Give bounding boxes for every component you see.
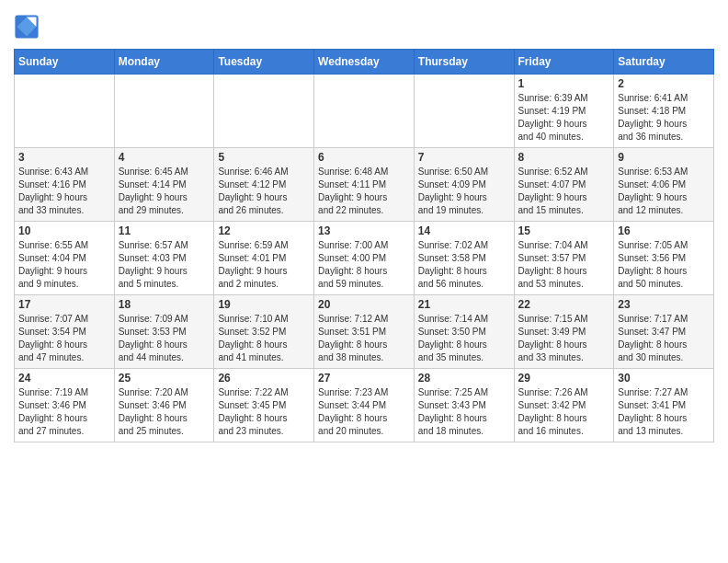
day-info: Sunrise: 6:50 AM Sunset: 4:09 PM Dayligh… <box>418 166 510 217</box>
day-info: Sunrise: 7:10 AM Sunset: 3:52 PM Dayligh… <box>218 313 310 364</box>
day-info: Sunrise: 7:07 AM Sunset: 3:54 PM Dayligh… <box>18 313 110 364</box>
day-number: 5 <box>218 151 310 164</box>
day-info: Sunrise: 7:05 AM Sunset: 3:56 PM Dayligh… <box>618 239 710 291</box>
day-info: Sunrise: 7:26 AM Sunset: 3:42 PM Dayligh… <box>518 386 610 438</box>
day-number: 30 <box>618 372 710 385</box>
calendar-cell: 20Sunrise: 7:12 AM Sunset: 3:51 PM Dayli… <box>314 295 415 369</box>
day-info: Sunrise: 7:27 AM Sunset: 3:41 PM Dayligh… <box>618 386 710 438</box>
day-number: 9 <box>618 151 710 164</box>
calendar-cell: 16Sunrise: 7:05 AM Sunset: 3:56 PM Dayli… <box>614 222 714 295</box>
calendar-cell: 5Sunrise: 6:46 AM Sunset: 4:12 PM Daylig… <box>214 148 314 222</box>
day-number: 10 <box>18 224 110 237</box>
day-number: 16 <box>618 224 710 237</box>
day-info: Sunrise: 7:00 AM Sunset: 4:00 PM Dayligh… <box>318 239 410 291</box>
calendar-week-row: 17Sunrise: 7:07 AM Sunset: 3:54 PM Dayli… <box>15 295 714 369</box>
day-number: 1 <box>518 77 610 90</box>
day-info: Sunrise: 7:22 AM Sunset: 3:45 PM Dayligh… <box>218 386 310 438</box>
calendar-cell: 27Sunrise: 7:23 AM Sunset: 3:44 PM Dayli… <box>314 369 415 442</box>
column-header-saturday: Saturday <box>614 50 714 75</box>
calendar-cell: 14Sunrise: 7:02 AM Sunset: 3:58 PM Dayli… <box>414 222 514 295</box>
day-number: 7 <box>418 151 510 164</box>
day-number: 8 <box>518 151 610 164</box>
day-info: Sunrise: 7:15 AM Sunset: 3:49 PM Dayligh… <box>518 313 610 364</box>
calendar-cell: 4Sunrise: 6:45 AM Sunset: 4:14 PM Daylig… <box>114 148 214 222</box>
calendar-week-row: 24Sunrise: 7:19 AM Sunset: 3:46 PM Dayli… <box>15 369 714 442</box>
logo-icon <box>14 14 40 40</box>
day-info: Sunrise: 7:20 AM Sunset: 3:46 PM Dayligh… <box>119 386 210 438</box>
day-info: Sunrise: 6:57 AM Sunset: 4:03 PM Dayligh… <box>119 239 210 291</box>
day-info: Sunrise: 6:55 AM Sunset: 4:04 PM Dayligh… <box>18 239 110 291</box>
calendar-cell: 19Sunrise: 7:10 AM Sunset: 3:52 PM Dayli… <box>214 295 314 369</box>
calendar-cell: 3Sunrise: 6:43 AM Sunset: 4:16 PM Daylig… <box>15 148 115 222</box>
calendar-cell: 30Sunrise: 7:27 AM Sunset: 3:41 PM Dayli… <box>614 369 714 442</box>
day-number: 13 <box>318 224 410 237</box>
calendar-cell: 28Sunrise: 7:25 AM Sunset: 3:43 PM Dayli… <box>414 369 514 442</box>
calendar-cell: 15Sunrise: 7:04 AM Sunset: 3:57 PM Dayli… <box>514 222 614 295</box>
day-number: 20 <box>318 298 410 311</box>
day-number: 3 <box>18 151 110 164</box>
day-info: Sunrise: 7:23 AM Sunset: 3:44 PM Dayligh… <box>318 386 410 438</box>
calendar-cell: 21Sunrise: 7:14 AM Sunset: 3:50 PM Dayli… <box>414 295 514 369</box>
day-number: 6 <box>318 151 410 164</box>
calendar-header-row: SundayMondayTuesdayWednesdayThursdayFrid… <box>15 50 714 75</box>
day-info: Sunrise: 7:19 AM Sunset: 3:46 PM Dayligh… <box>18 386 110 438</box>
column-header-wednesday: Wednesday <box>314 50 415 75</box>
page-header <box>14 14 714 40</box>
day-number: 14 <box>418 224 510 237</box>
calendar-cell: 18Sunrise: 7:09 AM Sunset: 3:53 PM Dayli… <box>114 295 214 369</box>
day-number: 18 <box>119 298 210 311</box>
calendar-cell: 11Sunrise: 6:57 AM Sunset: 4:03 PM Dayli… <box>114 222 214 295</box>
day-number: 21 <box>418 298 510 311</box>
day-info: Sunrise: 7:12 AM Sunset: 3:51 PM Dayligh… <box>318 313 410 364</box>
calendar-cell: 23Sunrise: 7:17 AM Sunset: 3:47 PM Dayli… <box>614 295 714 369</box>
calendar-cell: 9Sunrise: 6:53 AM Sunset: 4:06 PM Daylig… <box>614 148 714 222</box>
day-info: Sunrise: 6:53 AM Sunset: 4:06 PM Dayligh… <box>618 166 710 217</box>
day-number: 28 <box>418 372 510 385</box>
day-info: Sunrise: 6:41 AM Sunset: 4:18 PM Dayligh… <box>618 92 710 144</box>
calendar-cell: 17Sunrise: 7:07 AM Sunset: 3:54 PM Dayli… <box>15 295 115 369</box>
day-number: 11 <box>119 224 210 237</box>
day-info: Sunrise: 6:52 AM Sunset: 4:07 PM Dayligh… <box>518 166 610 217</box>
calendar-cell: 1Sunrise: 6:39 AM Sunset: 4:19 PM Daylig… <box>514 75 614 148</box>
calendar-cell: 22Sunrise: 7:15 AM Sunset: 3:49 PM Dayli… <box>514 295 614 369</box>
calendar-cell: 24Sunrise: 7:19 AM Sunset: 3:46 PM Dayli… <box>15 369 115 442</box>
calendar-cell: 6Sunrise: 6:48 AM Sunset: 4:11 PM Daylig… <box>314 148 415 222</box>
day-info: Sunrise: 7:14 AM Sunset: 3:50 PM Dayligh… <box>418 313 510 364</box>
day-info: Sunrise: 6:59 AM Sunset: 4:01 PM Dayligh… <box>218 239 310 291</box>
day-info: Sunrise: 6:43 AM Sunset: 4:16 PM Dayligh… <box>18 166 110 217</box>
day-number: 23 <box>618 298 710 311</box>
calendar-cell: 25Sunrise: 7:20 AM Sunset: 3:46 PM Dayli… <box>114 369 214 442</box>
calendar-cell <box>214 75 314 148</box>
calendar-cell <box>414 75 514 148</box>
day-number: 15 <box>518 224 610 237</box>
day-number: 26 <box>218 372 310 385</box>
calendar-cell: 2Sunrise: 6:41 AM Sunset: 4:18 PM Daylig… <box>614 75 714 148</box>
calendar: SundayMondayTuesdayWednesdayThursdayFrid… <box>14 49 714 442</box>
day-info: Sunrise: 6:48 AM Sunset: 4:11 PM Dayligh… <box>318 166 410 217</box>
day-info: Sunrise: 6:39 AM Sunset: 4:19 PM Dayligh… <box>518 92 610 144</box>
calendar-cell: 12Sunrise: 6:59 AM Sunset: 4:01 PM Dayli… <box>214 222 314 295</box>
logo <box>14 14 43 40</box>
column-header-monday: Monday <box>114 50 214 75</box>
column-header-friday: Friday <box>514 50 614 75</box>
calendar-cell: 8Sunrise: 6:52 AM Sunset: 4:07 PM Daylig… <box>514 148 614 222</box>
calendar-cell <box>15 75 115 148</box>
day-number: 12 <box>218 224 310 237</box>
day-info: Sunrise: 6:46 AM Sunset: 4:12 PM Dayligh… <box>218 166 310 217</box>
day-info: Sunrise: 7:17 AM Sunset: 3:47 PM Dayligh… <box>618 313 710 364</box>
day-info: Sunrise: 7:04 AM Sunset: 3:57 PM Dayligh… <box>518 239 610 291</box>
calendar-cell <box>114 75 214 148</box>
day-info: Sunrise: 7:09 AM Sunset: 3:53 PM Dayligh… <box>119 313 210 364</box>
day-info: Sunrise: 7:25 AM Sunset: 3:43 PM Dayligh… <box>418 386 510 438</box>
calendar-week-row: 3Sunrise: 6:43 AM Sunset: 4:16 PM Daylig… <box>15 148 714 222</box>
column-header-tuesday: Tuesday <box>214 50 314 75</box>
day-number: 29 <box>518 372 610 385</box>
day-number: 27 <box>318 372 410 385</box>
calendar-cell: 26Sunrise: 7:22 AM Sunset: 3:45 PM Dayli… <box>214 369 314 442</box>
day-info: Sunrise: 6:45 AM Sunset: 4:14 PM Dayligh… <box>119 166 210 217</box>
day-number: 17 <box>18 298 110 311</box>
calendar-cell: 29Sunrise: 7:26 AM Sunset: 3:42 PM Dayli… <box>514 369 614 442</box>
column-header-sunday: Sunday <box>15 50 115 75</box>
calendar-week-row: 1Sunrise: 6:39 AM Sunset: 4:19 PM Daylig… <box>15 75 714 148</box>
day-number: 4 <box>119 151 210 164</box>
